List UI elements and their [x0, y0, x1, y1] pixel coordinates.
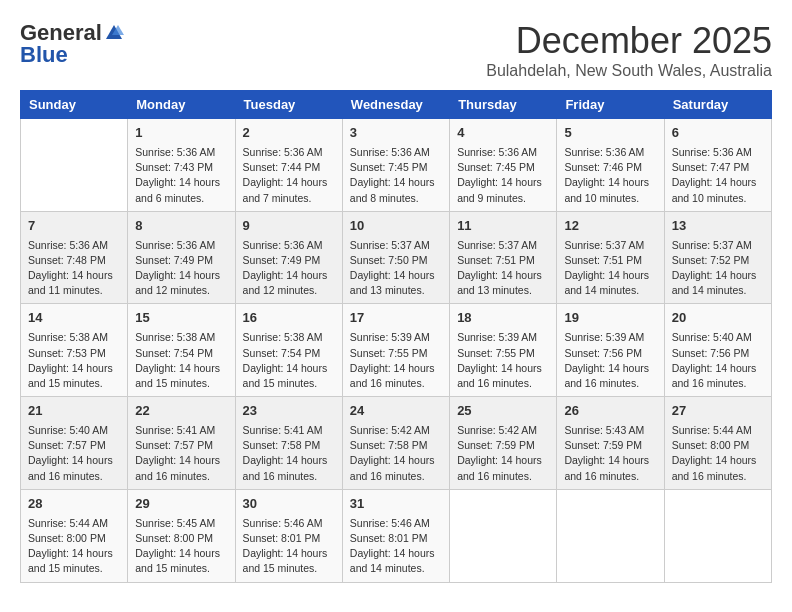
cell-text: Daylight: 14 hours — [243, 453, 335, 468]
logo-icon — [104, 23, 124, 43]
cell-text: and 16 minutes. — [135, 469, 227, 484]
day-number: 1 — [135, 124, 227, 143]
cell-text: and 16 minutes. — [350, 376, 442, 391]
cell-text: and 10 minutes. — [564, 191, 656, 206]
cell-text: and 11 minutes. — [28, 283, 120, 298]
cell-text: and 16 minutes. — [350, 469, 442, 484]
cell-text: Daylight: 14 hours — [564, 361, 656, 376]
calendar-week-row: 7Sunrise: 5:36 AMSunset: 7:48 PMDaylight… — [21, 211, 772, 304]
cell-text: and 16 minutes. — [564, 469, 656, 484]
cell-text: Daylight: 14 hours — [28, 361, 120, 376]
cell-text: Sunrise: 5:39 AM — [350, 330, 442, 345]
calendar-header-row: SundayMondayTuesdayWednesdayThursdayFrid… — [21, 91, 772, 119]
cell-text: Daylight: 14 hours — [672, 175, 764, 190]
cell-text: and 7 minutes. — [243, 191, 335, 206]
cell-text: Sunrise: 5:36 AM — [243, 145, 335, 160]
cell-text: Sunset: 7:59 PM — [564, 438, 656, 453]
day-number: 10 — [350, 217, 442, 236]
cell-text: Daylight: 14 hours — [672, 453, 764, 468]
calendar-cell: 10Sunrise: 5:37 AMSunset: 7:50 PMDayligh… — [342, 211, 449, 304]
calendar-cell: 2Sunrise: 5:36 AMSunset: 7:44 PMDaylight… — [235, 119, 342, 212]
calendar-cell — [664, 489, 771, 582]
calendar-cell: 17Sunrise: 5:39 AMSunset: 7:55 PMDayligh… — [342, 304, 449, 397]
cell-text: Sunset: 7:49 PM — [243, 253, 335, 268]
cell-text: and 16 minutes. — [457, 469, 549, 484]
day-number: 14 — [28, 309, 120, 328]
cell-text: Daylight: 14 hours — [135, 361, 227, 376]
cell-text: Sunset: 7:55 PM — [350, 346, 442, 361]
cell-text: and 15 minutes. — [135, 561, 227, 576]
cell-text: Sunrise: 5:39 AM — [564, 330, 656, 345]
cell-text: Daylight: 14 hours — [350, 546, 442, 561]
calendar-cell: 31Sunrise: 5:46 AMSunset: 8:01 PMDayligh… — [342, 489, 449, 582]
cell-text: Sunrise: 5:38 AM — [28, 330, 120, 345]
day-number: 31 — [350, 495, 442, 514]
cell-text: Sunrise: 5:44 AM — [28, 516, 120, 531]
cell-text: and 9 minutes. — [457, 191, 549, 206]
title-block: December 2025 Bulahdelah, New South Wale… — [486, 20, 772, 80]
calendar-cell — [21, 119, 128, 212]
cell-text: Sunrise: 5:44 AM — [672, 423, 764, 438]
cell-text: Sunset: 7:56 PM — [564, 346, 656, 361]
cell-text: Sunrise: 5:43 AM — [564, 423, 656, 438]
calendar-cell: 28Sunrise: 5:44 AMSunset: 8:00 PMDayligh… — [21, 489, 128, 582]
cell-text: Sunset: 7:51 PM — [564, 253, 656, 268]
calendar-cell: 16Sunrise: 5:38 AMSunset: 7:54 PMDayligh… — [235, 304, 342, 397]
cell-text: Sunset: 7:50 PM — [350, 253, 442, 268]
cell-text: Sunset: 7:47 PM — [672, 160, 764, 175]
cell-text: Daylight: 14 hours — [350, 453, 442, 468]
cell-text: Daylight: 14 hours — [28, 453, 120, 468]
cell-text: Sunset: 8:00 PM — [28, 531, 120, 546]
cell-text: Daylight: 14 hours — [135, 453, 227, 468]
cell-text: Sunrise: 5:37 AM — [457, 238, 549, 253]
calendar-week-row: 14Sunrise: 5:38 AMSunset: 7:53 PMDayligh… — [21, 304, 772, 397]
calendar-cell: 27Sunrise: 5:44 AMSunset: 8:00 PMDayligh… — [664, 397, 771, 490]
cell-text: Sunset: 7:51 PM — [457, 253, 549, 268]
cell-text: and 14 minutes. — [350, 561, 442, 576]
cell-text: Sunrise: 5:46 AM — [350, 516, 442, 531]
cell-text: Daylight: 14 hours — [243, 546, 335, 561]
cell-text: Sunrise: 5:36 AM — [564, 145, 656, 160]
cell-text: Sunrise: 5:42 AM — [350, 423, 442, 438]
calendar-cell: 3Sunrise: 5:36 AMSunset: 7:45 PMDaylight… — [342, 119, 449, 212]
day-number: 27 — [672, 402, 764, 421]
calendar-table: SundayMondayTuesdayWednesdayThursdayFrid… — [20, 90, 772, 583]
cell-text: Sunset: 7:52 PM — [672, 253, 764, 268]
cell-text: Daylight: 14 hours — [564, 268, 656, 283]
cell-text: Sunrise: 5:36 AM — [28, 238, 120, 253]
calendar-cell: 6Sunrise: 5:36 AMSunset: 7:47 PMDaylight… — [664, 119, 771, 212]
calendar-cell: 30Sunrise: 5:46 AMSunset: 8:01 PMDayligh… — [235, 489, 342, 582]
day-number: 8 — [135, 217, 227, 236]
calendar-cell: 4Sunrise: 5:36 AMSunset: 7:45 PMDaylight… — [450, 119, 557, 212]
cell-text: Sunset: 7:48 PM — [28, 253, 120, 268]
logo-blue-text: Blue — [20, 42, 68, 68]
day-number: 16 — [243, 309, 335, 328]
cell-text: Sunset: 7:45 PM — [457, 160, 549, 175]
cell-text: Sunrise: 5:37 AM — [350, 238, 442, 253]
day-number: 19 — [564, 309, 656, 328]
cell-text: Sunrise: 5:46 AM — [243, 516, 335, 531]
calendar-week-row: 21Sunrise: 5:40 AMSunset: 7:57 PMDayligh… — [21, 397, 772, 490]
calendar-cell: 5Sunrise: 5:36 AMSunset: 7:46 PMDaylight… — [557, 119, 664, 212]
day-header-saturday: Saturday — [664, 91, 771, 119]
day-number: 2 — [243, 124, 335, 143]
cell-text: and 14 minutes. — [672, 283, 764, 298]
cell-text: Daylight: 14 hours — [457, 361, 549, 376]
cell-text: Sunrise: 5:37 AM — [564, 238, 656, 253]
day-number: 7 — [28, 217, 120, 236]
cell-text: Sunset: 7:45 PM — [350, 160, 442, 175]
day-header-friday: Friday — [557, 91, 664, 119]
calendar-cell — [557, 489, 664, 582]
day-number: 13 — [672, 217, 764, 236]
cell-text: and 12 minutes. — [243, 283, 335, 298]
cell-text: Daylight: 14 hours — [457, 453, 549, 468]
cell-text: Sunrise: 5:40 AM — [28, 423, 120, 438]
cell-text: Daylight: 14 hours — [457, 268, 549, 283]
day-number: 24 — [350, 402, 442, 421]
day-number: 29 — [135, 495, 227, 514]
cell-text: Daylight: 14 hours — [457, 175, 549, 190]
calendar-cell: 18Sunrise: 5:39 AMSunset: 7:55 PMDayligh… — [450, 304, 557, 397]
cell-text: Sunset: 7:57 PM — [28, 438, 120, 453]
calendar-cell: 29Sunrise: 5:45 AMSunset: 8:00 PMDayligh… — [128, 489, 235, 582]
cell-text: Sunset: 7:57 PM — [135, 438, 227, 453]
